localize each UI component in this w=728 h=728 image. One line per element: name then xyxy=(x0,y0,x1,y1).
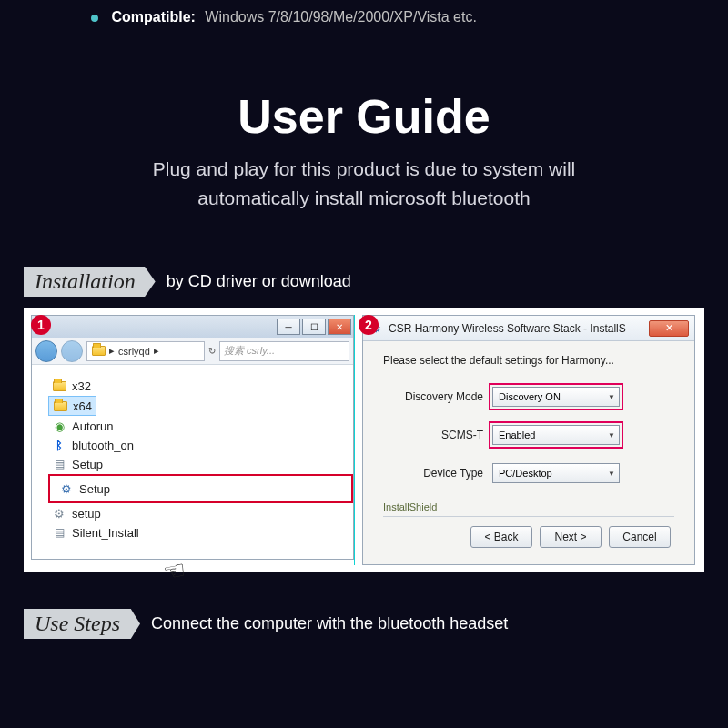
compat-label: Compatible: xyxy=(111,9,195,25)
folder-icon xyxy=(52,379,66,393)
page-subtitle: Plug and play for this product is due to… xyxy=(0,155,728,212)
close-button[interactable]: ✕ xyxy=(649,320,689,337)
file-label: Autorun xyxy=(72,420,114,433)
next-button[interactable]: Next > xyxy=(540,526,602,548)
config-icon: ▤ xyxy=(52,457,66,471)
usesteps-subtext: Connect the computer with the bluetooth … xyxy=(151,614,508,633)
dialog-titlebar: ⚙ CSR Harmony Wireless Software Stack - … xyxy=(363,316,694,341)
file-item-x32[interactable]: x32 xyxy=(48,377,95,395)
installation-tag: Installation xyxy=(24,267,156,297)
setup-highlight: ⚙Setup xyxy=(48,474,353,503)
panel-installer: 2 ⚙ CSR Harmony Wireless Software Stack … xyxy=(354,315,695,565)
close-button[interactable]: ✕ xyxy=(328,318,351,335)
bullet-dot xyxy=(91,15,98,22)
dialog-title: CSR Harmony Wireless Software Stack - In… xyxy=(389,322,626,335)
installer-icon: ⚙ xyxy=(59,481,74,496)
file-item-silent[interactable]: ▤Silent_Install xyxy=(48,523,143,541)
forward-button[interactable] xyxy=(61,340,83,362)
back-button[interactable] xyxy=(35,340,57,362)
step-badge-2: 2 xyxy=(359,315,379,335)
file-label: x32 xyxy=(72,379,91,393)
minimize-button[interactable]: ─ xyxy=(277,318,300,335)
cancel-button[interactable]: Cancel xyxy=(609,526,671,548)
file-item-setup-exe[interactable]: ⚙Setup xyxy=(56,480,114,498)
path-breadcrumb[interactable]: ▸ csrlyqd ▸ xyxy=(86,341,205,361)
folder-icon xyxy=(53,399,67,413)
file-label: blutooth_on xyxy=(72,439,134,452)
compatibility-row: Compatible: Windows 7/8/10/98/Me/2000/XP… xyxy=(0,0,728,25)
label-scms-t: SCMS-T xyxy=(383,429,483,441)
panel-explorer: 1 ─ ☐ ✕ ▸ csrlyqd ▸ ↻ 搜 xyxy=(31,315,354,565)
file-item-setup-ini[interactable]: ⚙setup xyxy=(48,504,105,522)
compat-text: Windows 7/8/10/98/Me/2000/XP/Vista etc. xyxy=(205,9,477,25)
bluetooth-icon: ᛒ xyxy=(52,438,66,452)
screenshot-panels: 1 ─ ☐ ✕ ▸ csrlyqd ▸ ↻ 搜 xyxy=(24,308,704,572)
file-label: setup xyxy=(72,507,101,521)
select-discovery-mode[interactable]: Discovery ON xyxy=(492,387,620,407)
back-button[interactable]: < Back xyxy=(470,526,532,548)
usesteps-tag: Use Steps xyxy=(24,609,140,639)
dialog-message: Please select the default settings for H… xyxy=(383,354,674,367)
file-label: Setup xyxy=(79,482,110,496)
folder-icon xyxy=(91,344,106,359)
step-badge-1: 1 xyxy=(31,315,51,335)
file-label: Silent_Install xyxy=(72,526,139,540)
page-title: User Guide xyxy=(0,89,728,144)
file-item-x64[interactable]: x64 xyxy=(48,396,96,416)
search-input[interactable]: 搜索 csrly... xyxy=(219,341,349,361)
file-item-autorun[interactable]: ◉Autorun xyxy=(48,417,117,435)
installation-subtext: by CD driver or download xyxy=(167,272,351,291)
file-label: Setup xyxy=(72,458,103,471)
file-item-setup-cfg[interactable]: ▤Setup xyxy=(48,455,106,473)
window-titlebar: ─ ☐ ✕ xyxy=(32,316,353,338)
label-discovery-mode: Discovery Mode xyxy=(383,390,483,403)
select-device-type[interactable]: PC/Desktop xyxy=(492,463,620,483)
disc-icon: ◉ xyxy=(52,419,66,433)
select-scms-t[interactable]: Enabled xyxy=(492,425,620,445)
label-device-type: Device Type xyxy=(383,467,483,480)
gear-icon: ⚙ xyxy=(52,506,66,521)
path-folder: csrlyqd xyxy=(118,346,150,357)
refresh-icon[interactable]: ↻ xyxy=(208,346,216,356)
file-item-bluetooth[interactable]: ᛒblutooth_on xyxy=(48,436,137,454)
file-label: x64 xyxy=(73,399,92,413)
fieldset-label: InstallShield xyxy=(383,501,674,512)
maximize-button[interactable]: ☐ xyxy=(302,318,326,335)
file-list: x32 x64 ◉Autorun ᛒblutooth_on ▤Setup ⚙Se… xyxy=(32,365,353,559)
batch-icon: ▤ xyxy=(52,525,66,540)
